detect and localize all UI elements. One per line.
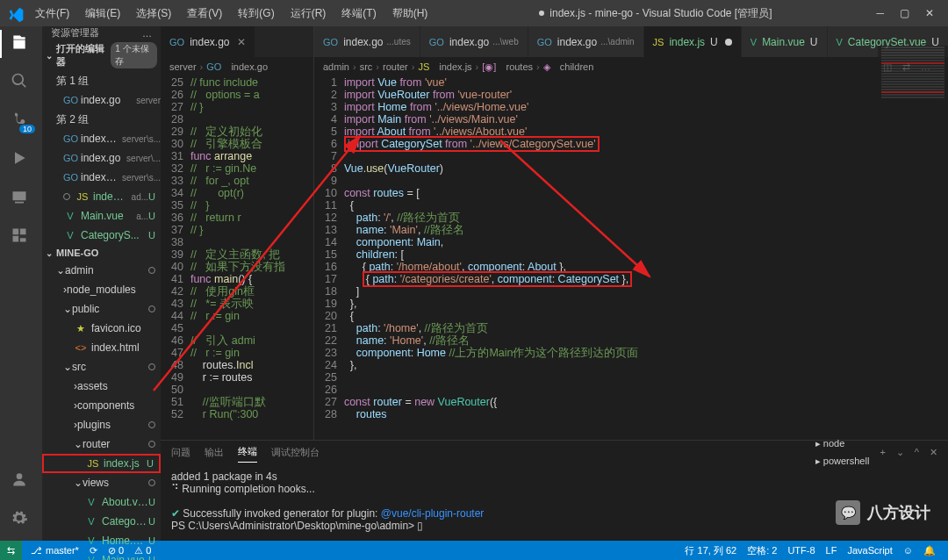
sync-icon[interactable]: ⟳	[84, 545, 103, 556]
close-tab-icon[interactable]: ✕	[237, 36, 246, 48]
file-index.html[interactable]: <>index.html	[42, 338, 161, 357]
tab-index.go[interactable]: GOindex.go...\web	[420, 26, 528, 57]
breadcrumb-left[interactable]: server› GO index.go	[161, 57, 313, 76]
errors-status[interactable]: ⊘ 0	[103, 545, 129, 556]
modified-dot-icon	[148, 479, 155, 486]
open-editor-item[interactable]: GOindex.goserver	[42, 90, 161, 110]
tab-index.js[interactable]: JSindex.jsU	[644, 26, 742, 57]
menu-terminal[interactable]: 终端(T)	[334, 3, 383, 25]
new-terminal-icon[interactable]: +	[880, 447, 885, 461]
folder-router[interactable]: ⌄ router	[42, 434, 161, 454]
file-About.vue[interactable]: VAbout.vueU	[42, 492, 161, 512]
terminal-panel: 问题 输出 终端 调试控制台 ▸ node ▸ powershell + ⌄ ^…	[161, 440, 948, 541]
editor-tabs-left: GOindex.go✕	[161, 26, 313, 57]
close-icon[interactable]: ✕	[925, 7, 934, 19]
folder-public[interactable]: ⌄ public	[42, 299, 161, 319]
menu-help[interactable]: 帮助(H)	[385, 3, 435, 25]
tab-index.go[interactable]: GOindex.go...\admin	[528, 26, 644, 57]
editor-group-label: 第 1 组	[42, 71, 161, 90]
explorer-sidebar: 资源管理器 … ⌄打开的编辑器 1 个未保存 第 1 组GOindex.gose…	[42, 26, 161, 541]
folder-views[interactable]: ⌄ views	[42, 473, 161, 492]
open-editor-item[interactable]: GOindex.goserver\s...	[42, 129, 161, 148]
open-editor-item[interactable]: VMain.vuea...U	[42, 206, 161, 226]
open-editor-item[interactable]: GOindex.goserver\s...	[42, 168, 161, 187]
open-editors-section[interactable]: ⌄打开的编辑器 1 个未保存	[42, 39, 161, 71]
editor-group-2: GOindex.go...utesGOindex.go...\webGOinde…	[314, 26, 948, 440]
minimap[interactable]	[878, 46, 948, 221]
menu-run[interactable]: 运行(R)	[284, 3, 334, 25]
run-debug-icon[interactable]	[11, 149, 32, 170]
file-CategorySet...[interactable]: VCategorySet...U	[42, 512, 161, 531]
indentation-status[interactable]: 空格: 2	[742, 544, 782, 557]
terminal-dropdown-icon[interactable]: ⌄	[896, 447, 904, 462]
menu-edit[interactable]: 编辑(E)	[78, 3, 127, 25]
warnings-status[interactable]: ⚠ 0	[129, 545, 156, 556]
open-editor-item[interactable]: GOindex.goserver\...	[42, 148, 161, 168]
eol-status[interactable]: LF	[821, 544, 843, 557]
breadcrumb-right[interactable]: admin› src› router› JS index.js› [◉] rou…	[314, 57, 948, 76]
terminal-shells[interactable]: ▸ node ▸ powershell	[815, 438, 870, 470]
more-icon[interactable]: …	[142, 28, 152, 39]
maximize-panel-icon[interactable]: ^	[915, 447, 919, 461]
project-section[interactable]: ⌄MINE-GO	[42, 245, 161, 261]
settings-gear-icon[interactable]	[11, 509, 32, 530]
folder-node_modules[interactable]: › node_modules	[42, 280, 161, 299]
folder-plugins[interactable]: › plugins	[42, 415, 161, 434]
panel-tab-problems[interactable]: 问题	[171, 446, 190, 463]
remote-indicator[interactable]: ⇆	[0, 541, 22, 560]
menu-bar: 文件(F) 编辑(E) 选择(S) 查看(V) 转到(G) 运行(R) 终端(T…	[28, 3, 434, 25]
panel-tab-output[interactable]: 输出	[205, 446, 224, 463]
source-control-icon[interactable]: 10	[11, 111, 32, 132]
close-panel-icon[interactable]: ✕	[930, 447, 937, 462]
folder-assets[interactable]: › assets	[42, 377, 161, 396]
feedback-icon[interactable]: ☺	[898, 544, 918, 557]
folder-components[interactable]: › components	[42, 396, 161, 415]
cursor-position[interactable]: 行 17, 列 62	[679, 544, 742, 557]
panel-tab-debug[interactable]: 调试控制台	[271, 446, 320, 463]
modified-dot-icon	[63, 193, 70, 200]
editor-group-label: 第 2 组	[42, 110, 161, 129]
search-icon[interactable]	[11, 72, 32, 93]
file-index.js[interactable]: JSindex.jsU	[42, 454, 161, 473]
menu-view[interactable]: 查看(V)	[180, 3, 229, 25]
tab-Main.vue[interactable]: VMain.vueU	[742, 26, 828, 57]
accounts-icon[interactable]	[11, 470, 32, 492]
menu-go[interactable]: 转到(G)	[231, 3, 281, 25]
extensions-icon[interactable]	[11, 226, 32, 248]
folder-admin[interactable]: ⌄ admin	[42, 261, 161, 280]
open-editor-item[interactable]: VCategoryS...U	[42, 226, 161, 245]
file-favicon.ico[interactable]: ★favicon.ico	[42, 319, 161, 338]
window-controls: ─ ▢ ✕	[876, 7, 941, 19]
panel-tabs: 问题 输出 终端 调试控制台 ▸ node ▸ powershell + ⌄ ^…	[161, 441, 948, 467]
modified-dot-icon	[148, 305, 155, 312]
modified-dot-icon	[148, 421, 155, 428]
title-bar: 文件(F) 编辑(E) 选择(S) 查看(V) 转到(G) 运行(R) 终端(T…	[0, 0, 948, 26]
maximize-icon[interactable]: ▢	[900, 7, 909, 19]
terminal-output[interactable]: added 1 package in 4s⠙ Running completio…	[161, 467, 948, 541]
language-mode[interactable]: JavaScript	[842, 544, 897, 557]
unsaved-dot-icon	[725, 39, 732, 46]
encoding-status[interactable]: UTF-8	[782, 544, 820, 557]
svg-point-0	[17, 473, 23, 479]
git-branch[interactable]: ⎇ master*	[25, 545, 84, 556]
code-editor-right[interactable]: 1234567891011121314151617181920212223242…	[314, 76, 948, 440]
vscode-logo-icon	[7, 6, 21, 20]
folder-src[interactable]: ⌄ src	[42, 357, 161, 377]
menu-file[interactable]: 文件(F)	[28, 3, 76, 25]
minimize-icon[interactable]: ─	[876, 7, 884, 19]
activity-bar: 10	[0, 26, 42, 541]
notifications-icon[interactable]: 🔔	[918, 544, 941, 557]
open-editor-item[interactable]: JSindex.jsad...U	[42, 187, 161, 206]
panel-tab-terminal[interactable]: 终端	[238, 445, 257, 463]
explorer-icon[interactable]	[11, 33, 32, 54]
code-editor-left[interactable]: 2526272829303132333435363738394041424344…	[161, 76, 313, 440]
editor-group-1: GOindex.go✕ server› GO index.go 25262728…	[161, 26, 314, 440]
modified-dot-icon	[148, 267, 155, 274]
editor-area: GOindex.go✕ server› GO index.go 25262728…	[161, 26, 948, 541]
remote-explorer-icon[interactable]	[11, 188, 32, 209]
tab-index.go[interactable]: GOindex.go✕	[161, 26, 255, 57]
editor-tabs-right: GOindex.go...utesGOindex.go...\webGOinde…	[314, 26, 948, 57]
window-title: index.js - mine-go - Visual Studio Code …	[434, 6, 876, 21]
menu-selection[interactable]: 选择(S)	[129, 3, 178, 25]
tab-index.go[interactable]: GOindex.go...utes	[314, 26, 420, 57]
